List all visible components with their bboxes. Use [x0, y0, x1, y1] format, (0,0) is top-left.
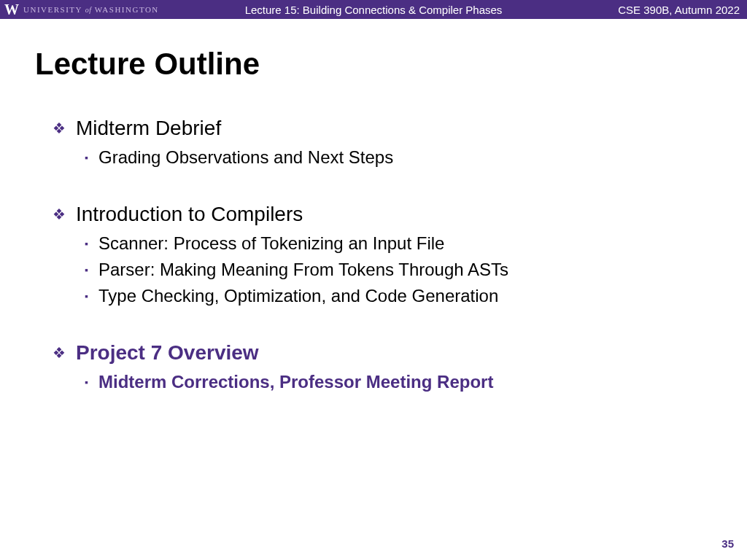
page-number: 35	[721, 537, 734, 550]
univ-part1: UNIVERSITY	[23, 5, 82, 14]
slide-title: Lecture Outline	[35, 47, 712, 82]
square-bullet-icon: ▪	[85, 290, 88, 302]
list-item: ▪ Parser: Making Meaning From Tokens Thr…	[35, 260, 712, 280]
university-name: UNIVERSITY of WASHINGTON	[23, 5, 159, 14]
univ-of: of	[85, 6, 92, 14]
item-text: Parser: Making Meaning From Tokens Throu…	[98, 260, 508, 280]
list-item: ▪ Scanner: Process of Tokenizing an Inpu…	[35, 233, 712, 254]
section-heading: ❖ Midterm Debrief	[35, 117, 712, 140]
lecture-title: Lecture 15: Building Connections & Compi…	[245, 4, 503, 16]
square-bullet-icon: ▪	[85, 264, 88, 276]
item-text: Scanner: Process of Tokenizing an Input …	[98, 233, 445, 254]
square-bullet-icon: ▪	[85, 238, 88, 249]
square-bullet-icon: ▪	[85, 376, 88, 388]
uw-w-icon: W	[4, 1, 19, 18]
section-heading: ❖ Introduction to Compilers	[35, 203, 712, 226]
square-bullet-icon: ▪	[85, 152, 88, 163]
univ-part2: WASHINGTON	[95, 5, 159, 14]
heading-text: Midterm Debrief	[76, 117, 221, 140]
heading-text: Introduction to Compilers	[76, 203, 303, 226]
item-text: Midterm Corrections, Professor Meeting R…	[98, 372, 493, 392]
uw-logo: W UNIVERSITY of WASHINGTON	[0, 1, 159, 18]
outline-section-0: ❖ Midterm Debrief ▪ Grading Observations…	[35, 117, 712, 168]
course-info: CSE 390B, Autumn 2022	[618, 4, 740, 16]
section-heading: ❖ Project 7 Overview	[35, 341, 712, 365]
diamond-bullet-icon: ❖	[53, 344, 66, 362]
heading-text: Project 7 Overview	[76, 341, 259, 365]
slide-content: Lecture Outline ❖ Midterm Debrief ▪ Grad…	[0, 19, 747, 392]
item-text: Type Checking, Optimization, and Code Ge…	[98, 286, 498, 306]
list-item: ▪ Type Checking, Optimization, and Code …	[35, 286, 712, 306]
list-item: ▪ Grading Observations and Next Steps	[35, 147, 712, 168]
list-item: ▪ Midterm Corrections, Professor Meeting…	[35, 372, 712, 392]
item-text: Grading Observations and Next Steps	[98, 147, 393, 168]
diamond-bullet-icon: ❖	[53, 120, 66, 137]
outline-section-1: ❖ Introduction to Compilers ▪ Scanner: P…	[35, 203, 712, 306]
header-bar: W UNIVERSITY of WASHINGTON Lecture 15: B…	[0, 0, 747, 19]
diamond-bullet-icon: ❖	[53, 206, 66, 223]
outline-section-2: ❖ Project 7 Overview ▪ Midterm Correctio…	[35, 341, 712, 392]
